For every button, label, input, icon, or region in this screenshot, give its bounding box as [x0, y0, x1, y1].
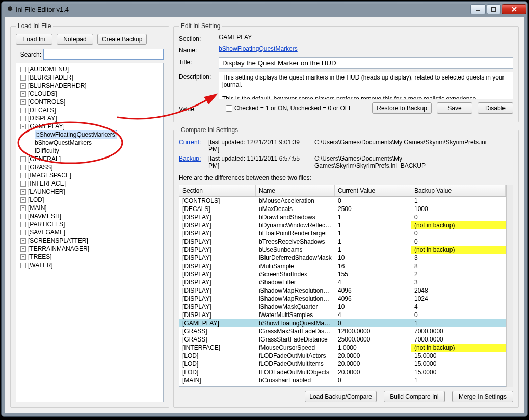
tree-section[interactable]: +[PARTICLES] [17, 220, 162, 228]
tree-section[interactable]: +[AUDIOMENU] [17, 65, 162, 73]
tree-section[interactable]: +[GENERAL] [17, 155, 162, 163]
search-input[interactable] [43, 49, 164, 60]
tree-setting[interactable]: bShowQuestMarkers [17, 139, 162, 147]
tree-section[interactable]: +[LOD] [17, 196, 162, 204]
merge-in-settings-button[interactable]: Merge In Settings [452, 391, 513, 402]
table-row[interactable]: [DISPLAY]iWaterMultiSamples40 [179, 311, 506, 319]
col-current[interactable]: Current Value [335, 185, 411, 196]
tree-section[interactable]: −[GAMEPLAY] [17, 122, 162, 130]
titlebar[interactable]: Ini File Editor v1.4 [2, 2, 527, 17]
expand-icon[interactable]: + [20, 67, 26, 72]
col-name[interactable]: Name [256, 185, 335, 196]
disable-button[interactable]: Disable [478, 102, 513, 114]
table-row[interactable]: [MAIN]bCrosshairEnabled01 [179, 376, 506, 384]
expand-icon[interactable]: + [20, 156, 26, 162]
build-compare-ini-button[interactable]: Build Compare Ini [384, 391, 445, 402]
minimize-button[interactable] [470, 4, 486, 14]
table-row[interactable]: [DECALS]uMaxDecals25001000 [179, 205, 506, 213]
save-button[interactable]: Save [437, 102, 472, 114]
tree-section[interactable]: +[BLURSHADERHDR] [17, 82, 162, 90]
expand-icon[interactable]: + [20, 91, 26, 97]
value-checkbox[interactable] [226, 105, 232, 112]
create-backup-button[interactable]: Create Backup [97, 34, 147, 45]
tree-section[interactable]: +[SCREENSPLATTER] [17, 237, 162, 245]
load-backup-compare-button[interactable]: Load Backup/Compare [305, 391, 377, 402]
table-row[interactable]: [LOD]fLODFadeOutMultItems20.000015.0000 [179, 360, 506, 368]
tree-section[interactable]: +[CONTROLS] [17, 98, 162, 106]
table-row[interactable]: [DISPLAY]iMultiSample168 [179, 262, 506, 270]
tree-section[interactable]: +[WATER] [17, 261, 162, 269]
title-input[interactable] [219, 57, 513, 69]
expand-icon[interactable]: + [20, 262, 26, 268]
grid-scrollbar[interactable] [506, 185, 513, 387]
tree-section[interactable]: +[NAVMESH] [17, 212, 162, 220]
expand-icon[interactable]: + [20, 197, 26, 203]
table-row[interactable]: [DISPLAY]bUseSunbeams1(not in backup) [179, 246, 506, 254]
expand-icon[interactable]: + [20, 165, 26, 170]
load-ini-button[interactable]: Load Ini [16, 34, 52, 45]
tree-section[interactable]: +[GRASS] [17, 163, 162, 171]
col-section[interactable]: Section [179, 185, 256, 196]
expand-icon[interactable]: + [20, 189, 26, 195]
col-backup[interactable]: Backup Value [411, 185, 506, 196]
table-row[interactable]: [DISPLAY]iScreenShotIndex1552 [179, 270, 506, 278]
table-row[interactable]: [DISPLAY]bFloatPointRenderTarget10 [179, 229, 506, 238]
tree-setting[interactable]: bShowFloatingQuestMarkers [17, 130, 162, 139]
expand-icon[interactable]: + [20, 75, 26, 81]
name-link[interactable]: bShowFloatingQuestMarkers [219, 45, 298, 52]
table-row[interactable]: [DISPLAY]iBlurDeferredShadowMask103 [179, 254, 506, 262]
close-button[interactable] [502, 4, 526, 14]
table-cell: 25000.0000 [335, 335, 411, 344]
compare-panel: Compare Ini Settings Current: [last upda… [173, 126, 519, 408]
expand-icon[interactable]: + [20, 214, 26, 219]
collapse-icon[interactable]: − [20, 124, 26, 129]
table-row[interactable]: [CONTROLS]bMouseAcceleration01 [179, 197, 506, 205]
expand-icon[interactable]: + [20, 99, 26, 105]
expand-icon[interactable]: + [20, 108, 26, 113]
table-row[interactable]: [GRASS]fGrassStartFadeDistance25000.0000… [179, 335, 506, 344]
tree-section[interactable]: +[LAUNCHER] [17, 188, 162, 196]
expand-icon[interactable]: + [20, 222, 26, 227]
expand-icon[interactable]: + [20, 230, 26, 235]
table-row[interactable]: [DISPLAY]iShadowMapResolutionSec…4096102… [179, 295, 506, 303]
tree-section[interactable]: +[CLOUDS] [17, 90, 162, 98]
description-textarea[interactable]: This setting displays the quest markers … [219, 72, 513, 99]
ini-tree[interactable]: +[AUDIOMENU]+[BLURSHADER]+[BLURSHADERHDR… [16, 63, 164, 402]
tree-section[interactable]: +[IMAGESPACE] [17, 171, 162, 179]
current-link[interactable]: Current: [179, 139, 205, 153]
table-row[interactable]: [DISPLAY]bDrawLandShadows10 [179, 213, 506, 221]
expand-icon[interactable]: + [20, 238, 26, 244]
table-row[interactable]: [DISPLAY]iShadowFilter43 [179, 278, 506, 286]
tree-section[interactable]: +[BLURSHADER] [17, 73, 162, 82]
restore-to-backup-button[interactable]: Restore to Backup [372, 102, 432, 114]
expand-icon[interactable]: + [20, 254, 26, 260]
backup-link[interactable]: Backup: [179, 155, 205, 169]
expand-icon[interactable]: + [20, 246, 26, 252]
tree-section[interactable]: +[INTERFACE] [17, 179, 162, 188]
tree-section[interactable]: +[TREES] [17, 253, 162, 261]
maximize-button[interactable] [487, 4, 501, 14]
table-row[interactable]: [DISPLAY]iShadowMapResolutionPrim…409620… [179, 286, 506, 295]
tree-section[interactable]: +[TERRAINMANAGER] [17, 245, 162, 253]
expand-icon[interactable]: + [20, 116, 26, 121]
table-cell: [MAIN] [179, 376, 256, 384]
notepad-button[interactable]: Notepad [57, 34, 93, 45]
table-row[interactable]: [DISPLAY]bTreesReceiveShadows10 [179, 238, 506, 246]
expand-icon[interactable]: + [20, 181, 26, 187]
tree-section[interactable]: +[SAVEGAME] [17, 228, 162, 237]
expand-icon[interactable]: + [20, 205, 26, 211]
expand-icon[interactable]: + [20, 173, 26, 178]
tree-section[interactable]: +[DISPLAY] [17, 114, 162, 122]
table-row[interactable]: [DISPLAY]iShadowMaskQuarter104 [179, 303, 506, 311]
table-row[interactable]: [LOD]fLODFadeOutMultActors20.000015.0000 [179, 352, 506, 360]
table-row[interactable]: [GRASS]fGrassMaxStartFadeDistance12000.0… [179, 327, 506, 335]
table-row[interactable]: [LOD]fLODFadeOutMultObjects20.000015.000… [179, 368, 506, 376]
table-row[interactable]: [GAMEPLAY]bShowFloatingQuestMarkers01 [179, 319, 506, 327]
tree-section[interactable]: +[DECALS] [17, 106, 162, 114]
tree-setting[interactable]: iDifficulty [17, 147, 162, 155]
expand-icon[interactable]: + [20, 83, 26, 89]
tree-section[interactable]: +[MAIN] [17, 204, 162, 212]
table-row[interactable]: [DISPLAY]bDynamicWindowReflections1(not … [179, 221, 506, 229]
table-row[interactable]: [INTERFACE]fMouseCursorSpeed1.0000(not i… [179, 344, 506, 352]
diff-grid[interactable]: Section Name Current Value Backup Value … [179, 185, 506, 387]
